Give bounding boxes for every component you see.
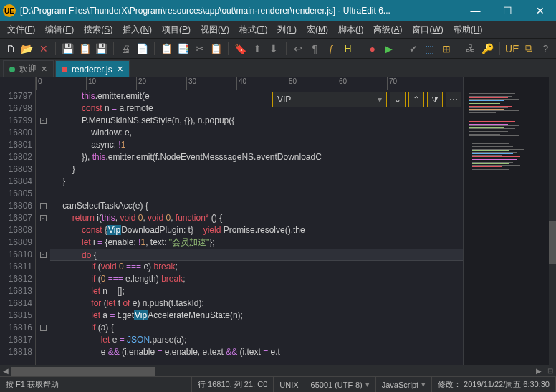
cut-icon[interactable]: ✂ [193, 42, 206, 55]
code-line[interactable]: if (0 === e.length) break; [50, 273, 463, 285]
prev-bookmark-icon[interactable]: ⬆ [251, 42, 263, 55]
tab-welcome[interactable]: 欢迎 ✕ [3, 60, 54, 77]
about-icon[interactable]: UE [506, 42, 519, 55]
fold-toggle[interactable]: − [36, 212, 50, 224]
new-file-icon[interactable]: 🗋 [4, 42, 16, 55]
scrollbar-thumb[interactable] [549, 221, 556, 264]
menu-l[interactable]: 列(L) [273, 22, 301, 37]
minimap[interactable] [463, 77, 549, 365]
paste-icon[interactable]: 📋 [210, 42, 222, 55]
compare-icon[interactable]: ⧉ [523, 42, 535, 55]
fold-toggle[interactable]: − [36, 115, 50, 127]
minimize-button[interactable]: — [459, 0, 492, 21]
find-filter-button[interactable]: ⧩ [427, 92, 443, 107]
menu-a[interactable]: 高级(A) [369, 22, 406, 37]
scroll-right-icon[interactable]: ▶ [533, 365, 545, 377]
bookmark-icon[interactable]: 🔖 [234, 42, 246, 55]
code-line[interactable]: window: e, [50, 127, 463, 139]
tag-list-icon[interactable]: ⊞ [441, 42, 453, 55]
close-file-icon[interactable]: ✕ [37, 42, 49, 55]
code-line[interactable]: e && (i.enable = e.enable, e.text && (i.… [50, 346, 463, 358]
menu-f[interactable]: 文件(F) [3, 22, 39, 37]
fold-toggle [36, 139, 50, 151]
fold-toggle[interactable]: − [36, 200, 50, 212]
tab-renderer-label: renderer.js [72, 64, 112, 75]
code-view[interactable]: this.emitter.emit(e const n = a.remote P… [50, 77, 463, 365]
fold-toggle[interactable]: − [36, 322, 50, 334]
close-button[interactable]: ✕ [524, 0, 556, 21]
find-prev-button[interactable]: ⌃ [408, 92, 424, 107]
code-line[interactable]: let a = t.getVipAccelerateMenuState(n); [50, 310, 463, 322]
fold-toggle[interactable]: − [36, 249, 50, 261]
code-line[interactable]: } [50, 163, 463, 176]
menu-v[interactable]: 视图(V) [196, 22, 234, 37]
menu-w[interactable]: 窗口(W) [408, 22, 447, 37]
find-more-button[interactable]: ⋯ [446, 92, 461, 107]
clipboard-icon[interactable]: 📋 [160, 42, 173, 55]
code-line[interactable]: P.MenuSkinNS.setStyle(n, {}), n.popup({ [50, 115, 463, 127]
print-icon[interactable]: 🖨 [120, 42, 132, 55]
code-line[interactable]: if (a) { [50, 322, 463, 334]
menu-n[interactable]: 插入(N) [118, 22, 156, 37]
code-line[interactable]: const {VipDownloadPlugin: t} = yield Pro… [50, 224, 463, 236]
code-line[interactable]: async: !1 [50, 139, 463, 151]
code-line[interactable]: do { [50, 249, 463, 261]
menu-t[interactable]: 格式(T) [235, 22, 272, 37]
tab-renderer[interactable]: renderer.js ✕ [55, 60, 130, 77]
close-tab-icon[interactable]: ✕ [117, 64, 123, 74]
close-tab-icon[interactable]: ✕ [41, 64, 47, 74]
code-line[interactable]: let e = JSON.parse(a); [50, 334, 463, 346]
menu-s[interactable]: 搜索(S) [80, 22, 117, 37]
next-bookmark-icon[interactable]: ⬇ [268, 42, 280, 55]
dropdown-icon[interactable]: ▾ [378, 95, 382, 105]
status-encoding[interactable]: 65001 (UTF-8) ▾ [305, 377, 376, 392]
menu-p[interactable]: 项目(P) [158, 22, 195, 37]
code-line[interactable]: } [50, 176, 463, 188]
status-language[interactable]: JavaScript ▾ [376, 377, 432, 392]
save-as-icon[interactable]: 📋 [78, 42, 90, 55]
open-file-icon[interactable]: 📂 [21, 42, 33, 55]
wordwrap-icon[interactable]: ↩ [292, 42, 305, 55]
function-list-icon[interactable]: ƒ [325, 42, 337, 55]
line-number: 16814 [0, 297, 35, 310]
code-line[interactable]: return i(this, void 0, void 0, function*… [50, 212, 463, 224]
code-line[interactable]: let n = []; [50, 285, 463, 297]
code-line[interactable]: let i = {enable: !1, text: "会员加速"}; [50, 236, 463, 249]
scrollbar-thumb[interactable] [11, 367, 155, 376]
print-preview-icon[interactable]: 📄 [136, 42, 148, 55]
fold-toggle [36, 102, 50, 115]
menu-m[interactable]: 宏(M) [302, 22, 332, 37]
ssh-icon[interactable]: 🔑 [481, 42, 494, 55]
vertical-scrollbar[interactable] [549, 77, 556, 365]
save-icon[interactable]: 💾 [62, 42, 74, 55]
code-line[interactable]: if (void 0 === e) break; [50, 261, 463, 273]
menu-h[interactable]: 帮助(H) [449, 22, 487, 37]
split-handle-icon[interactable]: ⊟ [545, 365, 556, 377]
menu-i[interactable]: 脚本(I) [334, 22, 368, 37]
horizontal-scrollbar[interactable]: ◀ ▶ ⊟ [0, 365, 556, 376]
find-input[interactable]: VIP ▾ [272, 92, 387, 107]
editor-area: 010203040506070 VIP ▾ ⌄ ⌃ ⧩ ⋯ 1679716798… [0, 77, 556, 365]
line-number: 16799 [0, 115, 35, 127]
code-line[interactable]: canSelectTaskAcc(e) { [50, 200, 463, 212]
code-line[interactable]: for (let t of e) n.push(t.taskId); [50, 297, 463, 310]
code-line[interactable]: }), this.emitter.emit(f.NodeEventMesssag… [50, 151, 463, 163]
maximize-button[interactable]: ☐ [492, 0, 524, 21]
code-line[interactable] [50, 188, 463, 200]
workspace-icon[interactable]: ⬚ [423, 42, 436, 55]
invisible-chars-icon[interactable]: ¶ [309, 42, 321, 55]
ftp-icon[interactable]: 🖧 [465, 42, 477, 55]
copy-icon[interactable]: 📑 [177, 42, 189, 55]
hex-icon[interactable]: H [342, 42, 354, 55]
help-icon[interactable]: ? [540, 42, 552, 55]
macro-play-icon[interactable]: ▶ [383, 42, 395, 55]
menu-e[interactable]: 编辑(E) [41, 22, 78, 37]
scroll-left-icon[interactable]: ◀ [0, 365, 11, 377]
macro-rec-icon[interactable]: ● [366, 42, 378, 55]
fold-toggle [36, 151, 50, 163]
save-all-icon[interactable]: 💾 [95, 42, 107, 55]
status-line-ending[interactable]: UNIX [274, 377, 305, 392]
spellcheck-icon[interactable]: ✔ [407, 42, 419, 55]
find-next-button[interactable]: ⌄ [390, 92, 406, 107]
ruler: 010203040506070 [36, 77, 463, 90]
